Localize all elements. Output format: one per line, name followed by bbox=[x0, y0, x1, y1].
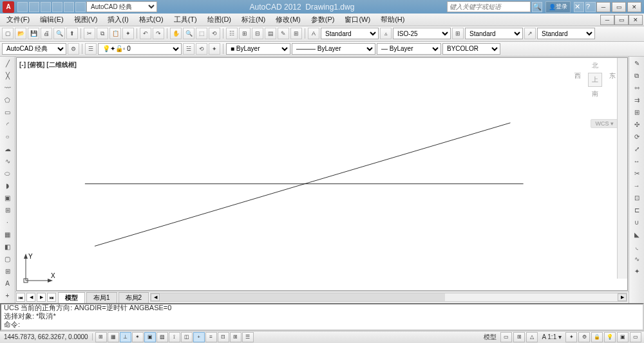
drawing-canvas[interactable]: [-] [俯视] [二维线框] 北 西 上 东 南 WCS ▾ bbox=[16, 57, 628, 291]
status-clean-icon[interactable]: ▭ bbox=[630, 332, 641, 342]
viewcube-north[interactable]: 北 bbox=[569, 61, 621, 70]
layer-select[interactable]: 💡✦🔓▫ 0 bbox=[98, 43, 182, 55]
erase-icon[interactable]: ✎ bbox=[631, 58, 643, 70]
status-annoscale[interactable]: A 1:1 ▾ bbox=[539, 333, 564, 340]
paste-icon[interactable]: 📋 bbox=[109, 28, 121, 39]
hscroll-left[interactable]: ◀ bbox=[151, 293, 160, 301]
add-selected-icon[interactable]: + bbox=[2, 290, 14, 302]
gradient-icon[interactable]: ◧ bbox=[2, 241, 14, 253]
otrack-icon[interactable]: ⟟ bbox=[169, 332, 180, 342]
viewcube-west[interactable]: 西 bbox=[574, 71, 581, 88]
chamfer-icon[interactable]: ◣ bbox=[631, 229, 643, 241]
polyline-icon[interactable]: 〰 bbox=[2, 82, 14, 94]
cut-icon[interactable]: ✂ bbox=[84, 28, 95, 39]
insert-block-icon[interactable]: ▣ bbox=[2, 192, 14, 204]
menu-format[interactable]: 格式(O) bbox=[134, 14, 169, 26]
menu-insert[interactable]: 插入(I) bbox=[102, 14, 133, 26]
ducs-icon[interactable]: ◫ bbox=[181, 332, 193, 342]
viewcube-south[interactable]: 南 bbox=[569, 89, 621, 98]
lineweight-select[interactable]: — ByLayer bbox=[377, 43, 441, 55]
lwt-icon[interactable]: ≡ bbox=[205, 332, 217, 342]
workspace-gear-icon[interactable]: ⚙ bbox=[68, 43, 79, 55]
properties-icon[interactable]: ☷ bbox=[226, 28, 238, 39]
array-icon[interactable]: ⊞ bbox=[631, 107, 643, 118]
menu-dimension[interactable]: 标注(N) bbox=[236, 14, 270, 26]
status-ws-icon[interactable]: ⚙ bbox=[578, 332, 590, 342]
rectangle-icon[interactable]: ▭ bbox=[2, 107, 14, 118]
linetype-select[interactable]: ——— ByLayer bbox=[292, 43, 375, 55]
ellipse-arc-icon[interactable]: ◗ bbox=[2, 180, 14, 192]
rotate-icon[interactable]: ⟳ bbox=[631, 131, 643, 143]
status-quickview-icon[interactable]: ⊞ bbox=[513, 332, 525, 342]
scale-icon[interactable]: ⤢ bbox=[631, 144, 643, 155]
layer-state-icon[interactable]: ☱ bbox=[183, 43, 194, 55]
circle-icon[interactable]: ○ bbox=[2, 131, 14, 143]
text-style-select[interactable]: Standard bbox=[321, 28, 379, 39]
qat-print[interactable] bbox=[52, 2, 62, 12]
copy-obj-icon[interactable]: ⧉ bbox=[631, 70, 643, 82]
zoom-window-icon[interactable]: ⬚ bbox=[196, 28, 207, 39]
dim-style-icon[interactable]: ▵ bbox=[380, 28, 392, 39]
qat-open[interactable] bbox=[29, 2, 39, 12]
line-icon[interactable]: ╱ bbox=[2, 58, 14, 70]
tpy-icon[interactable]: ⊡ bbox=[218, 332, 229, 342]
plotstyle-select[interactable]: BYCOLOR bbox=[442, 43, 500, 55]
table-style-icon[interactable]: ⊞ bbox=[452, 28, 464, 39]
grid-icon[interactable]: ▦ bbox=[108, 332, 119, 342]
help-search-input[interactable] bbox=[447, 1, 531, 12]
polar-icon[interactable]: ✶ bbox=[132, 332, 144, 342]
fillet-icon[interactable]: ◟ bbox=[631, 241, 643, 253]
viewcube-east[interactable]: 东 bbox=[609, 71, 616, 88]
menu-modify[interactable]: 修改(M) bbox=[270, 14, 306, 26]
calc-icon[interactable]: ⊞ bbox=[290, 28, 302, 39]
mtext-icon[interactable]: A bbox=[2, 278, 14, 290]
close-button[interactable]: ✕ bbox=[627, 2, 641, 12]
menu-window[interactable]: 窗口(W) bbox=[339, 14, 375, 26]
sc-icon[interactable]: ☰ bbox=[242, 332, 254, 342]
status-layout-icon[interactable]: ▭ bbox=[500, 332, 512, 342]
doc-close[interactable]: ✕ bbox=[629, 15, 643, 25]
text-style-icon[interactable]: A bbox=[308, 28, 319, 39]
break-icon[interactable]: ⊏ bbox=[631, 205, 643, 216]
publish-icon[interactable]: ⬆ bbox=[66, 28, 78, 39]
arc-icon[interactable]: ◜ bbox=[2, 119, 14, 131]
hatch-icon[interactable]: ▦ bbox=[2, 229, 14, 241]
status-annovis-icon[interactable]: ✦ bbox=[565, 332, 577, 342]
revision-cloud-icon[interactable]: ☁ bbox=[2, 144, 14, 155]
command-prompt[interactable]: 命令: bbox=[4, 320, 640, 329]
open-icon[interactable]: 📂 bbox=[15, 28, 26, 39]
mleader-style-select[interactable]: Standard bbox=[537, 28, 595, 39]
minimize-button[interactable]: ─ bbox=[596, 2, 611, 12]
search-icon[interactable]: 🔍 bbox=[532, 2, 542, 12]
join-icon[interactable]: ∪ bbox=[631, 217, 643, 228]
viewcube-top[interactable]: 上 bbox=[588, 73, 602, 87]
menu-help[interactable]: 帮助(H) bbox=[375, 14, 410, 26]
make-block-icon[interactable]: ⊞ bbox=[2, 205, 14, 216]
move-icon[interactable]: ✣ bbox=[631, 119, 643, 131]
stretch-icon[interactable]: ↔ bbox=[631, 156, 643, 167]
login-button[interactable]: 👤 登录 bbox=[545, 1, 571, 13]
undo-icon[interactable]: ↶ bbox=[140, 28, 151, 39]
region-icon[interactable]: ▢ bbox=[2, 254, 14, 265]
workspace-dropdown[interactable]: AutoCAD 经典 bbox=[86, 1, 157, 12]
menu-view[interactable]: 视图(V) bbox=[69, 14, 103, 26]
qat-save[interactable] bbox=[41, 2, 51, 12]
snap-mode-icon[interactable]: ⊞ bbox=[95, 332, 107, 342]
xline-icon[interactable]: ╳ bbox=[2, 70, 14, 82]
ortho-icon[interactable]: ⊥ bbox=[120, 332, 131, 342]
status-isolate-icon[interactable]: ▣ bbox=[617, 332, 629, 342]
polygon-icon[interactable]: ⬠ bbox=[2, 95, 14, 106]
qat-redo[interactable] bbox=[75, 2, 86, 12]
table-style-select[interactable]: Standard bbox=[465, 28, 523, 39]
menu-draw[interactable]: 绘图(D) bbox=[202, 14, 236, 26]
horizontal-scrollbar[interactable]: ◀ ▶ bbox=[150, 293, 627, 302]
viewcube[interactable]: 北 西 上 东 南 bbox=[569, 61, 621, 98]
status-model[interactable]: 模型 bbox=[481, 333, 499, 342]
doc-restore[interactable]: ▭ bbox=[614, 15, 629, 25]
vertical-scrollbar[interactable] bbox=[617, 58, 627, 279]
markup-icon[interactable]: ✎ bbox=[278, 28, 289, 39]
qat-undo[interactable] bbox=[64, 2, 74, 12]
snap3d-icon[interactable]: ▨ bbox=[156, 332, 168, 342]
pan-icon[interactable]: ✋ bbox=[170, 28, 182, 39]
workspace-select[interactable]: AutoCAD 经典 bbox=[2, 43, 66, 55]
